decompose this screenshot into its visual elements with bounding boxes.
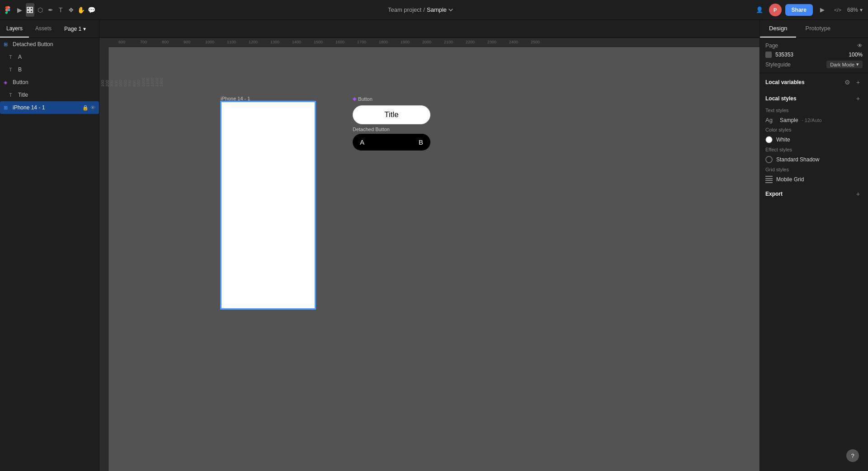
layer-a-text[interactable]: T A	[0, 51, 99, 63]
comment-tool-btn[interactable]: 💬	[87, 3, 96, 17]
lock-icon[interactable]: 🔒	[82, 105, 89, 111]
page-row: Page 👁	[765, 42, 863, 49]
canvas-content: iPhone 14 - 1 ◆ Button Title Detached Bu…	[108, 47, 760, 471]
layer-detached-button[interactable]: ⊞ Detached Button	[0, 38, 99, 51]
component-diamond-icon: ◆	[353, 96, 356, 102]
assets-tab[interactable]: Assets	[29, 20, 58, 38]
layer-iphone-frame[interactable]: ⊞ iPhone 14 - 1 🔒 👁	[0, 101, 99, 114]
zoom-control[interactable]: 68% ▾	[847, 7, 863, 13]
grid-styles-title: Grid styles	[760, 165, 868, 174]
styleguide-label: Styleguide	[765, 61, 791, 68]
layer-label: B	[18, 66, 22, 73]
multiplayer-icon-btn[interactable]: 👤	[754, 4, 765, 16]
select-tool-btn[interactable]: ▶	[15, 3, 24, 17]
page-opacity[interactable]: 100%	[849, 52, 863, 58]
present-btn[interactable]: ▶	[816, 4, 828, 16]
grid-style-icon	[765, 176, 773, 183]
user-avatar: P	[769, 4, 782, 16]
svg-rect-1	[30, 7, 33, 9]
left-panel-tabs: Layers Assets Page 1 ▾	[0, 20, 99, 38]
grid-style-mobile[interactable]: Mobile Grid	[760, 174, 868, 185]
canvas-button-black[interactable]: A B	[353, 134, 430, 151]
local-variables-settings-btn[interactable]: ⚙	[843, 78, 852, 87]
layer-b-text[interactable]: T B	[0, 63, 99, 76]
layers-tab[interactable]: Layers	[0, 20, 29, 38]
canvas-button-white[interactable]: Title	[353, 105, 430, 124]
local-variables-title: Local variables	[765, 79, 805, 85]
pen-tool-btn[interactable]: ✒	[46, 3, 55, 17]
page-color-swatch[interactable]	[765, 52, 772, 58]
export-title: Export	[765, 191, 783, 197]
frame-tool-btn[interactable]: ⬡	[36, 3, 45, 17]
local-styles-header: Local styles +	[760, 89, 868, 106]
page-section: Page 👁 535353 100% Styleguide Dark Mode …	[760, 38, 868, 73]
button-component-header: ◆ Button	[353, 96, 430, 102]
button-component-label: Button	[358, 96, 373, 102]
styleguide-row: Styleguide Dark Mode ▾	[765, 61, 863, 68]
layer-label: Title	[18, 92, 28, 98]
dark-mode-toggle[interactable]: Dark Mode ▾	[826, 61, 863, 68]
toolbar: ▶ ⬡ ✒ T ❖ ✋ 💬 Team project / Sample 👤 P …	[0, 0, 868, 20]
local-variables-add-btn[interactable]: +	[854, 78, 863, 87]
detached-button-canvas: Detached Button A B	[353, 127, 430, 151]
export-section: Export +	[760, 185, 868, 203]
color-style-white[interactable]: White	[760, 134, 868, 145]
button-component-canvas: ◆ Button Title	[353, 96, 430, 124]
svg-rect-2	[27, 10, 29, 13]
prototype-tab[interactable]: Prototype	[796, 20, 840, 38]
toolbar-left: ▶ ⬡ ✒ T ❖ ✋ 💬	[0, 3, 99, 17]
share-button[interactable]: Share	[785, 4, 813, 16]
project-name[interactable]: Sample	[427, 6, 453, 13]
text-styles-title: Text styles	[760, 106, 868, 115]
ruler-corner	[99, 38, 108, 47]
team-project-label: Team project	[388, 6, 421, 13]
right-panel-tabs: Design Prototype	[760, 20, 868, 38]
right-panel: Page 👁 535353 100% Styleguide Dark Mode …	[760, 38, 868, 471]
effect-style-shadow[interactable]: Standard Shadow	[760, 154, 868, 165]
effect-style-icon	[765, 156, 773, 163]
toolbar-center: Team project / Sample	[99, 6, 741, 13]
ruler-horizontal: 600 700 800 900 1000 1100 1200 1300 1400…	[99, 38, 760, 47]
text-icon: T	[9, 54, 16, 60]
text-style-meta: · 12/Auto	[802, 118, 822, 123]
layer-button-component[interactable]: ◈ Button	[0, 76, 99, 89]
layer-title-text[interactable]: T Title	[0, 89, 99, 101]
canvas-area[interactable]: 600 700 800 900 1000 1100 1200 1300 1400…	[99, 38, 760, 471]
grid-style-name: Mobile Grid	[776, 176, 804, 183]
page-selector[interactable]: Page 1 ▾	[58, 20, 92, 38]
ruler-spacer	[99, 20, 760, 38]
hand-tool-btn[interactable]: ✋	[77, 3, 86, 17]
figma-logo[interactable]	[4, 4, 12, 16]
color-style-name-white: White	[776, 137, 790, 143]
frame-icon: ⊞	[4, 105, 11, 111]
layer-label: Button	[13, 79, 28, 85]
page-label: Page	[765, 42, 778, 49]
dev-mode-btn[interactable]: </>	[832, 4, 844, 16]
secondary-bar: Layers Assets Page 1 ▾ Design Prototype	[0, 20, 868, 38]
text-style-name: Sample	[780, 117, 798, 123]
local-variables-icons: ⚙ +	[843, 78, 863, 87]
text-icon: T	[9, 67, 16, 72]
local-styles-add-btn[interactable]: +	[854, 94, 863, 103]
export-add-btn[interactable]: +	[854, 189, 863, 198]
component-icon: ◈	[4, 80, 11, 85]
eye-icon[interactable]: 👁	[90, 105, 95, 111]
move-tool-btn[interactable]	[26, 3, 34, 17]
text-tool-btn[interactable]: T	[57, 3, 65, 17]
svg-rect-3	[30, 10, 33, 13]
separator: /	[423, 6, 425, 13]
page-eye-icon[interactable]: 👁	[857, 42, 863, 49]
text-style-ag: Ag	[765, 117, 776, 123]
help-button[interactable]: ?	[846, 449, 859, 462]
design-tab[interactable]: Design	[760, 20, 796, 38]
svg-rect-0	[27, 7, 29, 9]
page-color-value[interactable]: 535353	[775, 52, 793, 58]
main-content: ⊞ Detached Button T A T B ◈ Button T Tit…	[0, 38, 868, 471]
iphone-frame[interactable]	[221, 101, 316, 309]
detached-button-label: Detached Button	[353, 127, 430, 132]
component-tool-btn[interactable]: ❖	[67, 3, 75, 17]
text-style-sample[interactable]: Ag Sample · 12/Auto	[760, 115, 868, 125]
layer-actions: 🔒 👁	[82, 105, 95, 111]
zoom-chevron: ▾	[860, 7, 863, 13]
color-styles-title: Color styles	[760, 125, 868, 134]
